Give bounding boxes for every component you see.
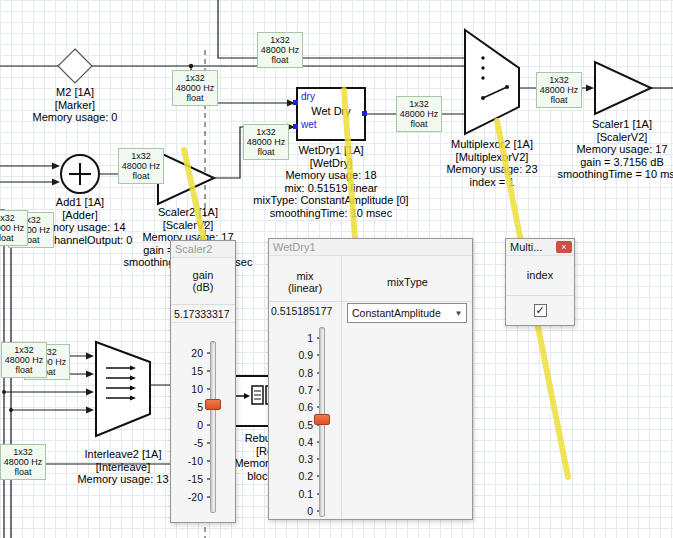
caption-line: [MultiplexorV2] [422,151,562,164]
caption-scaler1: Scaler1 [1A] [ScalerV2] Memory usage: 17… [552,118,673,181]
caption-line: Memory usage: 23 [422,163,562,176]
tick-label: 0.2 [275,470,313,482]
wire-type-label: 1x3248000 Hzfloat [536,72,582,108]
tick-label: -10 [173,455,203,467]
panel-multiplexor2[interactable]: Multi... × index ✓ [505,238,575,326]
index-cell: ✓ [506,296,574,325]
param-unit: (dB) [171,281,235,293]
tick-label: 0.8 [275,367,313,379]
panel-title: Multi... [510,241,542,253]
param-header: mix (linear) [269,256,341,294]
panel-title-bar[interactable]: Scaler2 [171,241,235,258]
panel-wetdry1[interactable]: WetDry1 mix (linear) mixType 0.515185177… [268,238,473,520]
gain-slider-track[interactable] [210,341,216,513]
awe-canvas: M2 [1A] [Marker] Memory usage: 0 Add1 [1… [0,0,673,538]
mixtype-selected-option: ConstantAmplitude [348,307,451,319]
tick-label: 20 [173,347,203,359]
column-divider [341,256,342,519]
mix-slider-thumb[interactable] [314,414,330,425]
pin [293,124,298,129]
param-unit: (linear) [269,282,341,294]
chevron-down-icon: ▾ [451,308,466,318]
caption-line: Memory usage: 0 [15,111,135,124]
panel-title-bar[interactable]: WetDry1 [269,239,472,256]
tick-label: 0.3 [275,453,313,465]
tick-label: 0.7 [275,384,313,396]
mixtype-dropdown[interactable]: ConstantAmplitude ▾ [347,303,467,323]
wire-type-label: 1x3248000 Hzfloat [243,124,289,160]
param-name: mix [269,270,341,282]
tick-label: -5 [173,437,203,449]
wire-type-label: 1x3248000 Hzfloat [0,210,28,246]
caption-line: mixType: ConstantAmplitude [0] [234,194,428,207]
block-scaler2-shape[interactable] [158,152,214,204]
tick-label: 5 [173,401,203,413]
caption-line: index = 1 [422,176,562,189]
block-scaler1-shape[interactable] [595,62,651,114]
tick-label: 0.5 [275,419,313,431]
check-icon: ✓ [535,305,546,316]
tick-label: 0.1 [275,488,313,500]
block-add1-shape[interactable] [61,155,99,193]
param-header: mixType [342,256,473,288]
block-interleave2-shape[interactable] [96,342,150,436]
caption-m2: M2 [1A] [Marker] Memory usage: 0 [15,86,135,124]
block-multiplexor2-shape[interactable] [465,30,519,134]
caption-line: Memory usage: 17 [552,143,673,156]
wire-type-label: 1x3248000 Hzfloat [0,444,46,480]
header-divider [269,301,472,302]
tick-label: 0 [173,419,203,431]
tick-label: -20 [173,491,203,503]
param-name: gain [171,269,235,281]
wire [0,220,11,538]
caption-line: M2 [1A] [15,86,135,99]
tick-label: -15 [173,473,203,485]
tick-label: 10 [173,383,203,395]
panel-title-bar[interactable]: Multi... × [506,239,574,256]
mix-value: 0.515185177 [271,305,332,317]
caption-line: Memory usage: 18 [234,169,428,182]
caption-multiplexor2: Multiplexor2 [1A] [MultiplexorV2] Memory… [422,138,562,188]
tick-label: 0.4 [275,436,313,448]
tick-label: 0.6 [275,401,313,413]
param-name: index [506,269,574,281]
param-header: index [506,256,574,296]
wetdry-dry-pin-label: dry [301,92,315,102]
wire-type-label: 1x3248000 Hzfloat [1,342,47,378]
caption-line: [ScalerV2] [552,131,673,144]
panel-scaler2[interactable]: Scaler2 gain (dB) 5.17333317 20 15 10 5 … [170,240,236,523]
tick-label: 0 [275,505,313,517]
index-checkbox[interactable]: ✓ [534,304,547,317]
param-header: gain (dB) [171,258,235,305]
close-icon: × [561,242,566,252]
wire-type-label: 1x3248000 Hzfloat [396,96,442,132]
caption-line: Multiplexor2 [1A] [422,138,562,151]
gain-slider-thumb[interactable] [205,399,221,410]
gain-value: 5.17333317 [171,305,235,323]
caption-line: smoothingTime: 10 msec [234,207,428,220]
tick-label: 0.9 [275,349,313,361]
close-button[interactable]: × [556,241,572,253]
caption-line: [Marker] [15,99,135,112]
caption-line: mix: 0.51519 linear [234,182,428,195]
block-m2-marker-shape[interactable] [58,49,92,83]
caption-line: gain = 3.7156 dB [552,156,673,169]
tick-label: 15 [173,365,203,377]
wire-type-label: 1x3248000 Hzfloat [257,32,303,68]
wire-type-label: 1x3248000 Hzfloat [172,70,218,106]
wire [218,0,464,58]
wire-type-label: 1x3248000 Hzfloat [118,148,164,184]
wetdry-wet-pin-label: wet [301,120,317,130]
caption-line: smoothingTime = 10 msec [552,168,673,181]
tick-label: 1 [275,332,313,344]
wetdry-block-label: Wet Dry [297,105,365,117]
caption-line: [ScalerV2] [121,219,255,232]
caption-line: Scaler1 [1A] [552,118,673,131]
